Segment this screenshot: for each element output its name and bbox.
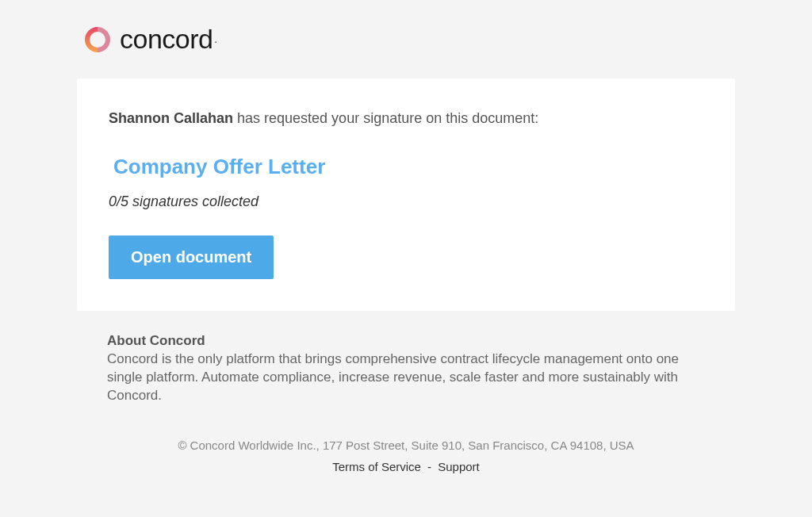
brand-logo: concord .: [77, 24, 735, 55]
about-section: About Concord Concord is the only platfo…: [77, 311, 735, 421]
terms-link[interactable]: Terms of Service: [332, 460, 421, 473]
concord-logo-icon: [83, 25, 112, 54]
signatures-status: 0/5 signatures collected: [109, 193, 703, 210]
footer: © Concord Worldwide Inc., 177 Post Stree…: [77, 438, 735, 473]
brand-name: concord: [120, 24, 213, 55]
signature-request-card: Shannon Callahan has requested your sign…: [77, 79, 735, 311]
about-body: Concord is the only platform that brings…: [107, 350, 705, 405]
footer-links: Terms of Service - Support: [77, 460, 735, 473]
requester-name: Shannon Callahan: [109, 110, 233, 126]
copyright-text: © Concord Worldwide Inc., 177 Post Stree…: [77, 438, 735, 452]
open-document-button[interactable]: Open document: [109, 236, 274, 279]
about-heading: About Concord: [107, 333, 705, 349]
footer-separator: -: [427, 460, 431, 473]
support-link[interactable]: Support: [438, 460, 480, 473]
request-suffix: has requested your signature on this doc…: [233, 110, 538, 126]
document-title[interactable]: Company Offer Letter: [109, 155, 703, 179]
request-line: Shannon Callahan has requested your sign…: [109, 110, 703, 127]
brand-tm: .: [214, 34, 216, 45]
